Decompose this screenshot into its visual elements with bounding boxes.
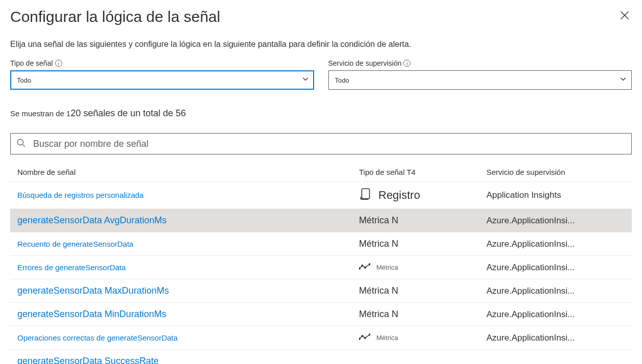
- signal-type-cell: Métrica: [359, 332, 486, 343]
- metric-icon: [359, 262, 370, 273]
- results-count: Se muestran de 120 señales de un total d…: [10, 108, 632, 119]
- svg-point-9: [359, 338, 360, 340]
- info-icon[interactable]: i: [55, 60, 62, 67]
- filter-monitor-service: Servicio de supervisión i: [328, 59, 632, 90]
- signal-type-cell: Métrica N: [359, 309, 486, 320]
- signal-link[interactable]: generateSensorData SuccessRate: [17, 356, 159, 364]
- service-cell: Azure.ApplicationInsi...: [486, 333, 625, 343]
- signal-link[interactable]: Operaciones correctas de generateSensorD…: [17, 333, 177, 342]
- col-header-service[interactable]: Servicio de supervisión: [486, 168, 625, 176]
- svg-point-7: [365, 267, 366, 268]
- svg-point-2: [17, 139, 23, 145]
- search-input[interactable]: [10, 133, 632, 154]
- table-body: Búsqueda de registros personalizadaRegis…: [10, 181, 632, 364]
- signal-type-select-wrap: [10, 70, 314, 90]
- svg-line-3: [22, 144, 25, 147]
- signal-type-cell: Registro: [359, 187, 486, 203]
- filter-monitor-service-label: Servicio de supervisión i: [328, 59, 632, 67]
- signal-type-cell: Métrica N: [359, 285, 486, 296]
- col-header-name[interactable]: Nombre de señal: [17, 168, 359, 176]
- svg-rect-4: [362, 189, 369, 199]
- signal-link[interactable]: generateSensorData MaxDurationMs: [17, 285, 169, 296]
- service-cell: Azure.ApplicationInsi...: [486, 263, 625, 273]
- service-cell: Azure.ApplicationInsi...: [486, 309, 625, 320]
- page-title: Configurar la lógica de la señal: [10, 8, 220, 25]
- table-row[interactable]: Recuento de generateSensorDataMétrica NA…: [10, 232, 632, 255]
- info-icon[interactable]: i: [403, 60, 410, 67]
- service-cell: Application Insights: [486, 190, 625, 200]
- signal-link[interactable]: Recuento de generateSensorData: [17, 240, 134, 248]
- svg-point-8: [369, 264, 370, 265]
- filters-row: Tipo de señal i Servicio de supervisión …: [10, 59, 632, 90]
- svg-point-10: [362, 335, 363, 337]
- signal-link[interactable]: generateSensorData AvgDurationMs: [17, 215, 167, 225]
- metric-icon: [359, 332, 370, 343]
- signal-type-cell: Métrica N: [359, 215, 486, 226]
- signal-link[interactable]: generateSensorData MinDurationMs: [17, 309, 166, 319]
- service-cell: Azure.ApplicationInsi...: [486, 216, 625, 226]
- signals-table: Nombre de señal Tipo de señal T4 Servici…: [10, 163, 632, 364]
- service-cell: Azure.ApplicationInsi...: [486, 239, 625, 249]
- signal-link[interactable]: Errores de generateSensorData: [17, 263, 126, 272]
- table-row[interactable]: Errores de generateSensorDataMétricaAzur…: [10, 255, 632, 279]
- signal-type-cell: Métrica: [359, 262, 486, 273]
- table-row[interactable]: Operaciones correctas de generateSensorD…: [10, 326, 632, 349]
- search-wrap: [10, 133, 632, 154]
- close-button[interactable]: [618, 8, 632, 24]
- signal-type-cell: Métrica N: [359, 239, 486, 249]
- signal-type-select[interactable]: [10, 70, 314, 90]
- table-row[interactable]: Búsqueda de registros personalizadaRegis…: [10, 181, 632, 209]
- log-icon: [359, 187, 372, 203]
- signal-link[interactable]: Búsqueda de registros personalizada: [17, 191, 144, 199]
- monitor-service-select-wrap: [328, 70, 632, 90]
- svg-point-6: [362, 265, 363, 267]
- panel-subtitle: Elija una señal de las siguientes y conf…: [10, 40, 632, 49]
- col-header-type[interactable]: Tipo de señal T4: [359, 168, 486, 176]
- svg-point-12: [369, 334, 370, 335]
- svg-point-11: [365, 337, 366, 339]
- panel-header: Configurar la lógica de la señal: [10, 8, 632, 25]
- svg-point-5: [359, 268, 360, 269]
- monitor-service-select[interactable]: [328, 70, 632, 90]
- table-row[interactable]: generateSensorData MaxDurationMsMétrica …: [10, 279, 632, 302]
- service-cell: Azure.ApplicationInsi...: [486, 286, 625, 296]
- table-row[interactable]: generateSensorData AvgDurationMsMétrica …: [10, 209, 632, 232]
- table-header: Nombre de señal Tipo de señal T4 Servici…: [10, 163, 632, 181]
- search-icon: [16, 138, 25, 149]
- filter-signal-type: Tipo de señal i: [10, 59, 314, 90]
- close-icon: [620, 10, 630, 22]
- filter-signal-type-label: Tipo de señal i: [10, 59, 314, 67]
- table-row[interactable]: generateSensorData MinDurationMsMétrica …: [10, 302, 632, 326]
- table-row[interactable]: generateSensorData SuccessRate: [10, 349, 632, 364]
